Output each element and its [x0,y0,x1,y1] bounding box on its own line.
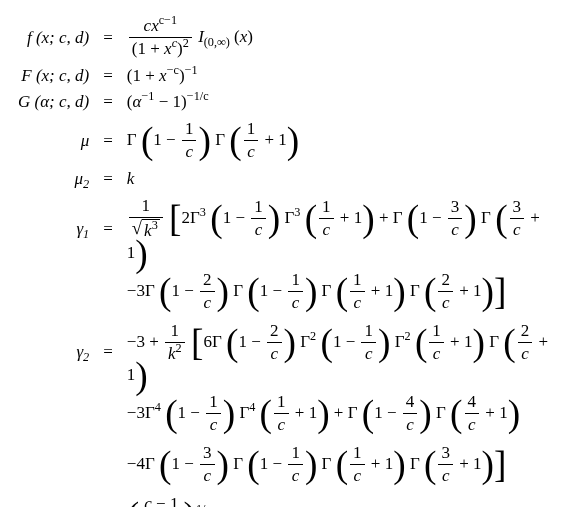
lhs: f (x; c, d) [12,12,95,63]
equation-row-cdf: F (x; c, d) = (1 + x−c)−1 [12,63,555,89]
equation-row-pdf: f (x; c, d) = cxc−1 (1 + xc)2 I(0,∞) (x) [12,12,555,63]
equals: = [95,12,121,63]
rhs: cxc−1 (1 + xc)2 I(0,∞) (x) [121,12,555,63]
equation-row-ppf: G (α; c, d) = (α−1 − 1)−1/c [12,89,555,115]
equation-row-kurt: γ2 = −3 + 1k2 [6Γ (1 − 2c) Γ2 (1 − 1c) Γ… [12,317,555,388]
equation-row-mu2: μ2 = k [12,166,555,192]
equation-row-mean: μ = Γ (1 − 1c) Γ (1c + 1) [12,115,555,166]
equation-row-skew-cont: .. −3Γ (1 − 2c) Γ (1 − 1c) Γ (1c + 1) Γ … [12,266,555,317]
lhs: μ [12,115,95,166]
equation-row-kurt-cont2: .. −4Γ (1 − 3c) Γ (1 − 1c) Γ (1c + 1) Γ … [12,439,555,490]
equation-row-mode: md = (c − 1c + 1)1/c if c > 1 otherwise … [12,490,555,507]
lhs: F (x; c, d) [12,63,95,89]
equation-row-kurt-cont1: .. −3Γ4 (1 − 1c) Γ4 (1c + 1) + Γ (1 − 4c… [12,388,555,439]
lhs: G (α; c, d) [12,89,95,115]
equation-table: f (x; c, d) = cxc−1 (1 + xc)2 I(0,∞) (x)… [12,12,555,507]
equation-row-skew: γ1 = 1√k3 [2Γ3 (1 − 1c) Γ3 (1c + 1) + Γ … [12,192,555,265]
